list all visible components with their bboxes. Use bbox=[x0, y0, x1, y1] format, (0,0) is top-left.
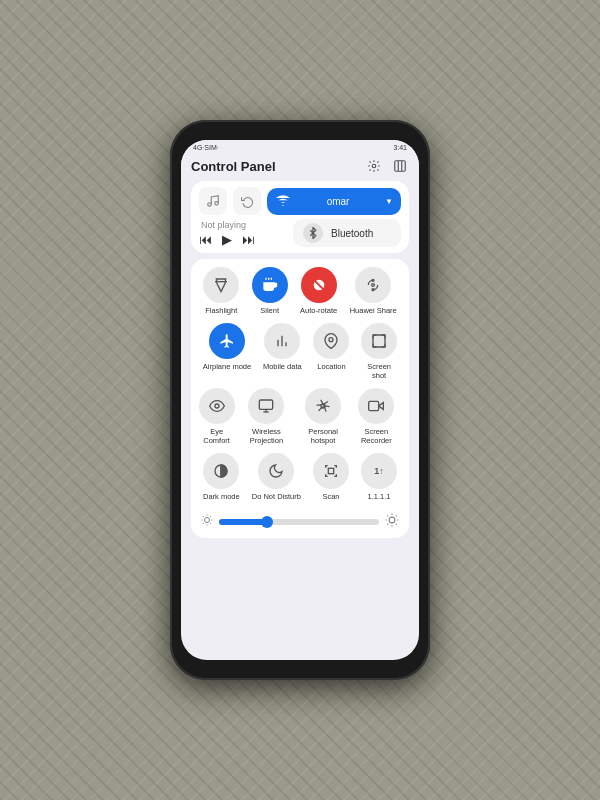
cp-header-icons bbox=[365, 157, 409, 175]
status-bar: 4G·SIM· 3:41 bbox=[181, 140, 419, 153]
control-panel: Control Panel bbox=[181, 153, 419, 544]
svg-point-39 bbox=[389, 517, 395, 523]
tile-scan[interactable]: Scan bbox=[313, 453, 349, 501]
svg-line-42 bbox=[387, 515, 388, 516]
brightness-row bbox=[197, 509, 403, 532]
eye-comfort-label: Eye Comfort bbox=[197, 427, 236, 445]
svg-rect-21 bbox=[373, 335, 385, 347]
tile-do-not-disturb[interactable]: Do Not Disturb bbox=[252, 453, 301, 501]
do-not-disturb-label: Do Not Disturb bbox=[252, 492, 301, 501]
svg-point-30 bbox=[205, 518, 210, 523]
tiles-row-1: Flashlight Silent bbox=[197, 267, 403, 315]
location-icon bbox=[313, 323, 349, 359]
tile-screenshot[interactable]: Screenshot bbox=[361, 323, 397, 380]
location-label: Location bbox=[317, 362, 345, 371]
silent-icon bbox=[252, 267, 288, 303]
svg-line-34 bbox=[210, 523, 211, 524]
flashlight-label: Flashlight bbox=[205, 306, 237, 315]
tile-mobile-data[interactable]: Mobile data bbox=[263, 323, 302, 380]
cp-header: Control Panel bbox=[191, 157, 409, 175]
brightness-fill bbox=[219, 519, 267, 525]
tile-eye-comfort[interactable]: Eye Comfort bbox=[197, 388, 236, 445]
tile-dns[interactable]: 1↑ 1.1.1.1 bbox=[361, 453, 397, 501]
wireless-projection-label: Wireless Projection bbox=[236, 427, 296, 445]
personal-hotspot-icon bbox=[305, 388, 341, 424]
status-time: 3:41 bbox=[393, 144, 407, 151]
tile-dark-mode[interactable]: Dark mode bbox=[203, 453, 240, 501]
silent-label: Silent bbox=[260, 306, 279, 315]
tile-auto-rotate[interactable]: Auto-rotate bbox=[300, 267, 337, 315]
eye-comfort-icon bbox=[199, 388, 235, 424]
svg-line-43 bbox=[396, 524, 397, 525]
dns-label: 1.1.1.1 bbox=[368, 492, 391, 501]
status-right: 3:41 bbox=[393, 144, 407, 151]
brightness-thumb bbox=[261, 516, 273, 528]
tile-screen-recorder[interactable]: Screen Recorder bbox=[350, 388, 403, 445]
screenshot-icon bbox=[361, 323, 397, 359]
dark-mode-label: Dark mode bbox=[203, 492, 240, 501]
wifi-toggle[interactable]: omar ▼ bbox=[267, 188, 401, 215]
media-controls-row: Not playing ⏮ ▶ ⏭ Bluetoo bbox=[199, 219, 401, 247]
rotate-icon bbox=[233, 187, 261, 215]
huawei-share-label: Huawei Share bbox=[350, 306, 397, 315]
bluetooth-label: Bluetooth bbox=[331, 228, 373, 239]
svg-rect-1 bbox=[395, 161, 406, 172]
music-icon bbox=[199, 187, 227, 215]
brightness-slider[interactable] bbox=[219, 519, 379, 525]
cp-title: Control Panel bbox=[191, 159, 276, 174]
media-controls: ⏮ ▶ ⏭ bbox=[199, 232, 287, 247]
tile-flashlight[interactable]: Flashlight bbox=[203, 267, 239, 315]
tile-location[interactable]: Location bbox=[313, 323, 349, 380]
tile-wireless-projection[interactable]: Wireless Projection bbox=[236, 388, 296, 445]
svg-rect-27 bbox=[369, 401, 379, 410]
play-button[interactable]: ▶ bbox=[222, 232, 232, 247]
svg-line-46 bbox=[387, 524, 388, 525]
svg-line-38 bbox=[210, 516, 211, 517]
next-button[interactable]: ⏭ bbox=[242, 232, 255, 247]
screenshot-label: Screenshot bbox=[367, 362, 391, 380]
settings-icon[interactable] bbox=[365, 157, 383, 175]
media-wifi-card: omar ▼ Not playing ⏮ ▶ ⏭ bbox=[191, 181, 409, 253]
screen-recorder-icon bbox=[358, 388, 394, 424]
svg-point-6 bbox=[282, 204, 283, 205]
airplane-label: Airplane mode bbox=[203, 362, 251, 371]
svg-point-0 bbox=[372, 164, 376, 168]
phone-screen: 4G·SIM· 3:41 Control Panel bbox=[181, 140, 419, 660]
tiles-row-3: Eye Comfort Wireless Projection bbox=[197, 388, 403, 445]
mobile-data-label: Mobile data bbox=[263, 362, 302, 371]
tile-silent[interactable]: Silent bbox=[252, 267, 288, 315]
brightness-low-icon bbox=[201, 514, 213, 529]
tile-huawei-share[interactable]: Huawei Share bbox=[350, 267, 397, 315]
svg-point-4 bbox=[208, 203, 212, 207]
tile-personal-hotspot[interactable]: Personal hotspot bbox=[297, 388, 350, 445]
svg-line-37 bbox=[203, 523, 204, 524]
svg-line-47 bbox=[396, 515, 397, 516]
svg-point-5 bbox=[215, 202, 219, 206]
phone-device: 4G·SIM· 3:41 Control Panel bbox=[170, 120, 430, 680]
edit-icon[interactable] bbox=[391, 157, 409, 175]
wifi-name: omar bbox=[327, 196, 350, 207]
tiles-row-2: Airplane mode Mobile data bbox=[197, 323, 403, 380]
svg-marker-7 bbox=[217, 279, 226, 292]
wifi-icon bbox=[275, 192, 291, 211]
brightness-high-icon bbox=[385, 513, 399, 530]
mobile-data-icon bbox=[264, 323, 300, 359]
do-not-disturb-icon bbox=[258, 453, 294, 489]
bluetooth-toggle[interactable]: Bluetooth bbox=[293, 219, 401, 247]
scan-label: Scan bbox=[322, 492, 339, 501]
wireless-projection-icon bbox=[248, 388, 284, 424]
huawei-share-icon bbox=[355, 267, 391, 303]
auto-rotate-icon bbox=[301, 267, 337, 303]
svg-rect-29 bbox=[328, 468, 333, 473]
svg-point-20 bbox=[329, 338, 333, 342]
svg-point-22 bbox=[215, 404, 219, 408]
quick-tiles-card: Flashlight Silent bbox=[191, 259, 409, 538]
tiles-row-4: Dark mode Do Not Disturb bbox=[197, 453, 403, 501]
tile-airplane[interactable]: Airplane mode bbox=[203, 323, 251, 380]
auto-rotate-label: Auto-rotate bbox=[300, 306, 337, 315]
not-playing-text: Not playing bbox=[199, 220, 287, 230]
status-left-text: 4G·SIM· bbox=[193, 144, 219, 151]
wifi-chevron-icon: ▼ bbox=[385, 197, 393, 206]
media-top-row: omar ▼ bbox=[199, 187, 401, 215]
prev-button[interactable]: ⏮ bbox=[199, 232, 212, 247]
